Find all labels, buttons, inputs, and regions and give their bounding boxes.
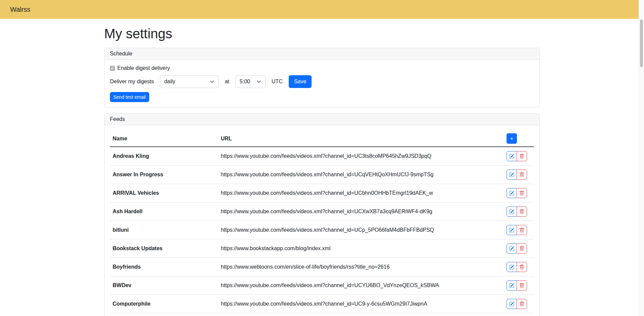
column-header-name: Name bbox=[110, 131, 218, 147]
enable-digest-label[interactable]: Enable digest delivery bbox=[117, 65, 170, 71]
table-row: ARRIVAL Vehicles https://www.youtube.com… bbox=[110, 184, 534, 202]
feed-url: https://www.youtube.com/feeds/videos.xml… bbox=[218, 295, 504, 313]
chevron-down-icon bbox=[256, 79, 261, 84]
pencil-square-icon bbox=[509, 191, 514, 196]
edit-feed-button[interactable] bbox=[507, 151, 517, 161]
send-test-email-button[interactable]: Send test email bbox=[110, 92, 149, 102]
pencil-square-icon bbox=[509, 228, 514, 233]
table-row: bitluni https://www.youtube.com/feeds/vi… bbox=[110, 221, 534, 239]
feed-url: https://www.youtube.com/feeds/videos.xml… bbox=[218, 166, 504, 184]
feed-name: Andreas Kling bbox=[110, 147, 218, 166]
feed-name: BWDev bbox=[110, 276, 218, 295]
column-header-url: URL bbox=[218, 131, 504, 147]
schedule-card: Schedule ✓ Enable digest delivery Delive… bbox=[104, 48, 540, 108]
trash-icon bbox=[519, 154, 524, 159]
feed-url: https://www.youtube.com/feeds/videos.xml… bbox=[218, 221, 504, 239]
edit-feed-button[interactable] bbox=[507, 170, 517, 180]
feed-url: https://www.youtube.com/feeds/videos.xml… bbox=[218, 276, 504, 295]
feeds-card: Feeds Name URL + Andreas Kli bbox=[104, 113, 540, 316]
scrollbar[interactable] bbox=[639, 0, 644, 316]
time-value: 5:00 bbox=[240, 79, 250, 85]
delete-feed-button[interactable] bbox=[517, 243, 527, 254]
brand-link[interactable]: Walrss bbox=[10, 6, 30, 13]
feed-url: https://www.youtube.com/feeds/videos.xml… bbox=[218, 313, 504, 316]
delete-feed-button[interactable] bbox=[517, 188, 527, 198]
edit-feed-button[interactable] bbox=[507, 299, 517, 309]
pencil-square-icon bbox=[509, 172, 514, 177]
table-row: Bookstack Updates https://www.bookstacka… bbox=[110, 239, 534, 258]
trash-icon bbox=[519, 191, 524, 196]
delete-feed-button[interactable] bbox=[517, 225, 527, 235]
delete-feed-button[interactable] bbox=[517, 299, 527, 309]
delete-feed-button[interactable] bbox=[517, 280, 527, 290]
frequency-select[interactable]: daily bbox=[160, 75, 219, 88]
feed-name: ARRIVAL Vehicles bbox=[110, 184, 218, 202]
edit-feed-button[interactable] bbox=[507, 225, 517, 235]
feeds-table-body: Andreas Kling https://www.youtube.com/fe… bbox=[110, 147, 534, 316]
feed-url: https://www.bookstackapp.com/blog/index.… bbox=[218, 239, 504, 258]
trash-icon bbox=[519, 302, 524, 307]
feed-url: https://www.youtube.com/feeds/videos.xml… bbox=[218, 202, 504, 221]
feed-name: Answer In Progress bbox=[110, 166, 218, 184]
scrollbar-thumb[interactable] bbox=[640, 19, 643, 67]
feed-url: https://www.webtoons.com/en/slice-of-lif… bbox=[218, 258, 504, 276]
feed-url: https://www.youtube.com/feeds/videos.xml… bbox=[218, 184, 504, 202]
edit-feed-button[interactable] bbox=[507, 280, 517, 290]
trash-icon bbox=[519, 172, 524, 177]
trash-icon bbox=[519, 283, 524, 288]
pencil-square-icon bbox=[509, 154, 514, 159]
delete-feed-button[interactable] bbox=[517, 262, 527, 272]
table-row: BWDev https://www.youtube.com/feeds/vide… bbox=[110, 276, 534, 295]
edit-feed-button[interactable] bbox=[507, 188, 517, 198]
page-title: My settings bbox=[104, 26, 540, 42]
edit-feed-button[interactable] bbox=[507, 243, 517, 254]
feed-url: https://www.youtube.com/feeds/videos.xml… bbox=[218, 147, 504, 166]
main-container: My settings Schedule ✓ Enable digest del… bbox=[104, 26, 540, 316]
chevron-down-icon bbox=[210, 79, 214, 84]
table-row: Boyfriends https://www.webtoons.com/en/s… bbox=[110, 258, 534, 276]
delete-feed-button[interactable] bbox=[517, 207, 527, 217]
pencil-square-icon bbox=[509, 209, 514, 214]
time-select[interactable]: 5:00 bbox=[235, 75, 266, 88]
at-label: at bbox=[225, 79, 229, 85]
table-row: Ash Hardell https://www.youtube.com/feed… bbox=[110, 202, 534, 221]
table-row: Andreas Kling https://www.youtube.com/fe… bbox=[110, 147, 534, 166]
deliver-label: Deliver my digests bbox=[110, 79, 154, 85]
trash-icon bbox=[519, 246, 524, 251]
feed-name: Computerphile bbox=[110, 295, 218, 313]
table-row: Fireship https://www.youtube.com/feeds/v… bbox=[110, 313, 534, 316]
delete-feed-button[interactable] bbox=[517, 151, 527, 161]
trash-icon bbox=[519, 209, 524, 214]
table-row: Computerphile https://www.youtube.com/fe… bbox=[110, 295, 534, 313]
feed-name: Bookstack Updates bbox=[110, 239, 218, 258]
feed-name: Ash Hardell bbox=[110, 202, 218, 221]
pencil-square-icon bbox=[509, 246, 514, 251]
plus-icon: + bbox=[510, 136, 513, 141]
top-navbar: Walrss bbox=[0, 0, 639, 19]
feed-name: Fireship bbox=[110, 313, 218, 316]
edit-feed-button[interactable] bbox=[507, 207, 517, 217]
feed-name: bitluni bbox=[110, 221, 218, 239]
save-button[interactable]: Save bbox=[289, 75, 312, 88]
table-row: Answer In Progress https://www.youtube.c… bbox=[110, 166, 534, 184]
trash-icon bbox=[519, 265, 524, 270]
feeds-table: Name URL + Andreas Kling https://www.you… bbox=[110, 131, 534, 316]
schedule-card-header: Schedule bbox=[105, 48, 539, 60]
trash-icon bbox=[519, 228, 524, 233]
delete-feed-button[interactable] bbox=[517, 170, 527, 180]
frequency-value: daily bbox=[164, 79, 175, 85]
enable-digest-checkbox[interactable]: ✓ bbox=[110, 66, 115, 71]
pencil-square-icon bbox=[509, 265, 514, 270]
schedule-card-body: ✓ Enable digest delivery Deliver my dige… bbox=[105, 60, 539, 107]
feeds-card-body: Name URL + Andreas Kling https://www.you… bbox=[105, 125, 539, 316]
timezone-label: UTC bbox=[272, 79, 283, 85]
feeds-card-header: Feeds bbox=[105, 114, 539, 125]
pencil-square-icon bbox=[509, 302, 514, 307]
add-feed-button[interactable]: + bbox=[507, 133, 517, 144]
feeds-table-header-row: Name URL + bbox=[110, 131, 534, 147]
feed-name: Boyfriends bbox=[110, 258, 218, 276]
pencil-square-icon bbox=[509, 283, 514, 288]
edit-feed-button[interactable] bbox=[507, 262, 517, 272]
